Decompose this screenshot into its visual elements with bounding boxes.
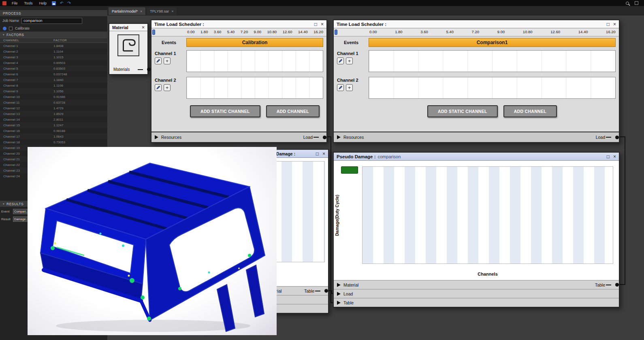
materials-output-port[interactable] (147, 68, 151, 71)
events-column-header: Events (151, 40, 186, 45)
time-tick: 5.40 (227, 30, 235, 34)
add-static-channel-button[interactable]: ADD STATIC CHANNEL (427, 105, 498, 117)
time-tick: 10.80 (267, 30, 277, 34)
factors-table-row[interactable]: Channel 160.98188 (0, 128, 107, 134)
event-banner[interactable]: Calibration (186, 38, 323, 47)
material-icon-button[interactable] (117, 34, 139, 56)
maximize-icon[interactable]: □ (316, 151, 319, 156)
close-tab-icon[interactable]: × (140, 9, 142, 13)
factors-table-row[interactable]: Channel 21.1104 (0, 49, 107, 54)
factors-table-row[interactable]: Channel 31.1015 (0, 54, 107, 60)
menu-file[interactable]: File (11, 1, 19, 5)
add-load-button[interactable]: + (164, 84, 171, 91)
time-tick: 0.00 (187, 30, 195, 34)
calibrate-radio-icon[interactable] (3, 27, 6, 30)
maximize-icon[interactable]: □ (607, 22, 610, 27)
window-titlebar[interactable]: Time Load Scheduler : □ × (151, 20, 326, 28)
connection-wire[interactable] (620, 284, 625, 285)
load-input-port[interactable] (337, 292, 341, 296)
save-icon[interactable] (52, 1, 56, 5)
menu-help[interactable]: Help (38, 1, 48, 5)
factors-table-row[interactable]: Channel 81.1106 (0, 83, 107, 88)
factors-table-row[interactable]: Channel 171.0643 (0, 134, 107, 139)
resources-input-port[interactable] (337, 135, 341, 139)
factors-table-row[interactable]: Channel 91.1056 (0, 88, 107, 94)
connection-wire[interactable] (331, 136, 331, 303)
factors-table-row[interactable]: Channel 50.63503 (0, 66, 107, 71)
ruler-scroll-handle[interactable] (335, 30, 337, 35)
material-input-port[interactable] (337, 283, 341, 287)
event-banner[interactable]: Comparison1 (369, 38, 616, 47)
factor-column-header: FACTOR (52, 38, 107, 42)
time-ruler: 0.001.803.605.407.209.0010.8012.6014.401… (151, 28, 326, 36)
maximize-icon[interactable]: □ (314, 22, 317, 27)
add-static-channel-button[interactable]: ADD STATIC CHANNEL (190, 105, 260, 117)
factors-table-row[interactable]: Channel 121.4729 (0, 105, 107, 111)
job-name-input[interactable] (21, 18, 82, 24)
factors-table-row[interactable]: Channel 180.73053 (0, 139, 107, 145)
edit-channel-button[interactable] (155, 57, 162, 64)
tab-partials-model[interactable]: PartialsVmodel* × (109, 7, 145, 15)
factors-table-row[interactable]: Channel 151.1247 (0, 122, 107, 128)
close-icon[interactable]: × (142, 25, 145, 30)
edit-channel-button[interactable] (155, 84, 162, 91)
process-section-header[interactable]: PROCESS (0, 10, 107, 16)
window-titlebar[interactable]: Time Load Scheduler : □ × (334, 20, 619, 28)
close-icon[interactable]: × (613, 22, 616, 27)
table-cell: 1.1247 (52, 123, 107, 127)
load-output-port[interactable] (615, 136, 619, 139)
table-input-port[interactable] (337, 301, 341, 305)
factors-table-row[interactable]: Channel 142.8011 (0, 117, 107, 122)
close-tab-icon[interactable]: × (171, 9, 173, 13)
channel-2-label: Channel 2 (337, 78, 368, 83)
search-icon[interactable] (626, 2, 629, 5)
window-title: Time Load Scheduler : (337, 22, 386, 27)
pencil-icon (338, 85, 343, 90)
maximize-icon[interactable]: □ (607, 154, 610, 159)
connection-wire[interactable] (625, 136, 625, 285)
redo-icon[interactable]: ↷ (67, 1, 70, 5)
factors-table-row[interactable]: Channel 11.8408 (0, 43, 107, 49)
table-cell: 1.1104 (52, 50, 107, 53)
add-channel-button[interactable]: ADD CHANNEL (503, 105, 557, 117)
factors-table-row[interactable]: Channel 40.69503 (0, 60, 107, 66)
ruler-scroll-handle[interactable] (152, 30, 155, 35)
resources-input-port[interactable] (155, 135, 158, 139)
factors-table-row[interactable]: Channel 100.91986 (0, 94, 107, 100)
close-icon[interactable]: × (321, 22, 324, 27)
close-icon[interactable]: × (613, 154, 616, 159)
caret-down-icon: ▾ (3, 202, 4, 206)
edit-channel-button[interactable] (337, 57, 344, 64)
factors-table-row[interactable]: Channel 131.8529 (0, 111, 107, 117)
channel-1-label: Channel 1 (155, 51, 186, 56)
table-cell: 1.1840 (52, 78, 107, 82)
app-logo-icon[interactable] (2, 1, 6, 5)
calibrate-checkbox[interactable] (9, 27, 13, 30)
menu-tools[interactable]: Tools (23, 1, 34, 5)
add-channel-button[interactable]: ADD CHANNEL (266, 105, 320, 117)
3d-fea-model-viewport[interactable] (28, 147, 277, 335)
factors-table-row[interactable]: Channel 71.1840 (0, 77, 107, 83)
window-layout-icon[interactable] (635, 1, 638, 5)
table-output-port[interactable] (324, 289, 328, 293)
add-load-button[interactable]: + (346, 57, 353, 64)
add-load-button[interactable]: + (164, 57, 171, 64)
factors-section-header[interactable]: ▾ FACTORS (0, 32, 107, 38)
load-port-label: Load (303, 135, 313, 140)
table-cell: Channel 17 (0, 135, 52, 138)
close-icon[interactable]: × (322, 151, 325, 156)
edit-channel-button[interactable] (337, 84, 344, 91)
factors-table-row[interactable]: Channel 60.037248 (0, 71, 107, 77)
undo-icon[interactable]: ↶ (60, 1, 63, 5)
factors-table-row[interactable]: Channel 110.63728 (0, 100, 107, 105)
window-titlebar[interactable]: Material × (109, 24, 147, 31)
time-tick: 16.20 (313, 30, 323, 34)
tab-tply98[interactable]: TPLY98.sar × (147, 7, 177, 15)
add-load-button[interactable]: + (346, 84, 353, 91)
damage-target-handle[interactable] (341, 166, 358, 174)
table-cell: Channel 12 (0, 106, 52, 110)
y-axis-label: Damage(Duty Cycle) (334, 166, 340, 264)
load-output-port[interactable] (323, 136, 326, 139)
table-output-port[interactable] (615, 283, 619, 287)
window-titlebar[interactable]: Pseudo Damage : comparison □ × (334, 153, 619, 161)
